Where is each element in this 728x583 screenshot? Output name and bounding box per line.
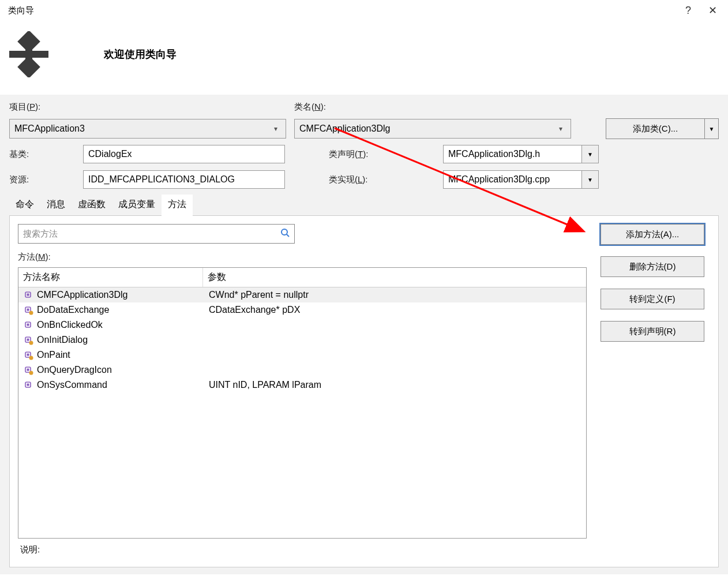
method-name: OnSysCommand (35, 379, 207, 391)
classname-combo[interactable]: CMFCApplication3Dlg ▾ (294, 119, 571, 139)
method-icon (24, 291, 33, 300)
method-icon (24, 306, 33, 315)
svg-point-5 (282, 229, 287, 235)
close-button[interactable]: ✕ (700, 4, 725, 17)
chevron-down-icon[interactable]: ▼ (704, 119, 718, 139)
method-params (207, 334, 583, 346)
method-name: OnBnClickedOk (35, 319, 207, 331)
chevron-down-icon: ▾ (271, 125, 281, 133)
col-params[interactable]: 参数 (203, 268, 586, 287)
base-field[interactable]: CDialogEx (83, 145, 285, 163)
method-name: CMFCApplication3Dlg (35, 289, 207, 301)
svg-point-11 (29, 311, 33, 315)
method-icon (24, 366, 33, 375)
methods-table[interactable]: 方法名称 参数 CMFCApplication3DlgCWnd* pParent… (18, 267, 587, 539)
resource-label: 资源: (9, 174, 78, 185)
svg-rect-8 (27, 293, 29, 296)
add-class-button[interactable]: 添加类(C)... ▼ (606, 118, 719, 139)
svg-point-19 (29, 356, 33, 360)
tab-4[interactable]: 方法 (162, 195, 193, 216)
svg-point-22 (29, 371, 33, 375)
svg-rect-21 (27, 368, 29, 371)
table-row[interactable]: OnInitDialog (18, 332, 586, 347)
goto-definition-button[interactable]: 转到定义(F) (601, 289, 704, 309)
svg-rect-15 (27, 338, 29, 341)
method-icon (24, 336, 33, 345)
tab-bar: 命令消息虚函数成员变量方法 (9, 195, 719, 215)
search-icon[interactable] (280, 228, 290, 240)
chevron-down-icon[interactable]: ▼ (581, 170, 599, 189)
method-params (207, 319, 583, 331)
table-row[interactable]: OnSysCommandUINT nID, LPARAM lParam (18, 378, 586, 393)
search-input[interactable]: 搜索方法 (18, 224, 295, 244)
add-method-button[interactable]: 添加方法(A)... (601, 224, 704, 245)
impl-combo[interactable]: MFCApplication3Dlg.cpp ▼ (443, 170, 599, 189)
tab-1[interactable]: 消息 (40, 195, 72, 215)
impl-label: 类实现(L): (329, 174, 438, 185)
method-icon (24, 351, 33, 360)
wizard-icon (6, 31, 52, 77)
project-label: 项目(P): (9, 102, 40, 113)
method-name: OnInitDialog (35, 334, 207, 346)
table-row[interactable]: OnQueryDragIcon (18, 362, 586, 378)
table-row[interactable]: DoDataExchangeCDataExchange* pDX (18, 302, 586, 317)
welcome-heading: 欢迎使用类向导 (104, 47, 177, 61)
base-label: 基类: (9, 149, 78, 160)
tab-0[interactable]: 命令 (9, 195, 40, 215)
method-params (207, 349, 583, 361)
methods-label: 方法(M): (18, 252, 51, 263)
table-row[interactable]: OnPaint (18, 347, 586, 362)
chevron-down-icon[interactable]: ▼ (581, 145, 599, 163)
method-params: CWnd* pParent = nullptr (207, 289, 583, 301)
tab-2[interactable]: 虚函数 (72, 195, 112, 215)
table-row[interactable]: CMFCApplication3DlgCWnd* pParent = nullp… (18, 287, 586, 302)
project-combo[interactable]: MFCApplication3 ▾ (9, 119, 286, 139)
method-params (207, 364, 583, 376)
table-row[interactable]: OnBnClickedOk (18, 317, 586, 332)
col-method-name[interactable]: 方法名称 (18, 268, 203, 287)
svg-line-6 (287, 234, 289, 237)
method-icon (24, 321, 33, 330)
classname-label: 类名(N): (294, 102, 326, 113)
decl-label: 类声明(T): (329, 149, 438, 160)
method-name: DoDataExchange (35, 304, 207, 316)
svg-rect-13 (27, 323, 29, 326)
svg-rect-18 (27, 353, 29, 356)
chevron-down-icon: ▾ (556, 125, 566, 133)
decl-combo[interactable]: MFCApplication3Dlg.h ▼ (443, 145, 599, 163)
delete-method-button[interactable]: 删除方法(D) (601, 256, 704, 277)
method-params: UINT nID, LPARAM lParam (207, 379, 583, 391)
resource-field[interactable]: IDD_MFCAPPLICATION3_DIALOG (83, 170, 285, 189)
help-button[interactable]: ? (676, 5, 700, 17)
method-name: OnPaint (35, 349, 207, 361)
window-title: 类向导 (8, 5, 34, 16)
svg-rect-24 (27, 383, 29, 386)
method-icon (24, 381, 33, 390)
description-label: 说明: (18, 539, 587, 561)
method-params: CDataExchange* pDX (207, 304, 583, 316)
svg-rect-4 (31, 51, 48, 58)
svg-rect-10 (27, 308, 29, 311)
tab-3[interactable]: 成员变量 (112, 195, 162, 215)
svg-rect-3 (9, 51, 27, 58)
svg-point-16 (29, 341, 33, 345)
goto-declaration-button[interactable]: 转到声明(R) (601, 321, 704, 342)
method-name: OnQueryDragIcon (35, 364, 207, 376)
